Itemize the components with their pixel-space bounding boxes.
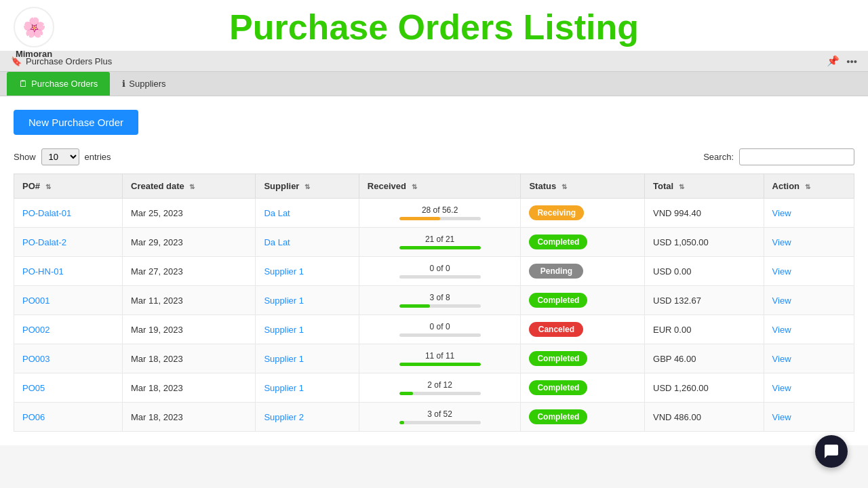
table-row: PO002Mar 19, 2023Supplier 10 of 0Cancele… (14, 315, 854, 344)
cell-received: 28 of 56.2 (359, 199, 521, 228)
table-row: PO05Mar 18, 2023Supplier 12 of 12Complet… (14, 373, 854, 403)
cell-created-date: Mar 25, 2023 (123, 199, 256, 228)
received-label: 28 of 56.2 (422, 205, 458, 215)
progress-bar-bg (399, 246, 481, 249)
logo-text: Mimoran (16, 49, 52, 59)
cell-status: Completed (521, 344, 645, 373)
col-received[interactable]: Received ⇅ (359, 174, 521, 199)
view-link[interactable]: View (772, 412, 791, 422)
view-link[interactable]: View (772, 237, 791, 247)
cell-action: View (764, 286, 854, 315)
top-banner: 🌸 Mimoran Purchase Orders Listing (0, 0, 868, 51)
table-controls: Show 10 25 50 100 entries Search: (14, 148, 854, 165)
po-link[interactable]: PO05 (22, 383, 45, 393)
cell-created-date: Mar 18, 2023 (123, 344, 256, 373)
logo-circle: 🌸 (14, 7, 54, 47)
supplier-link[interactable]: Da Lat (264, 208, 290, 218)
cell-po-num: PO-Dalat-2 (14, 228, 123, 257)
cell-action: View (764, 373, 854, 403)
cell-po-num: PO-HN-01 (14, 257, 123, 286)
tab-purchase-orders[interactable]: 🗒 Purchase Orders (7, 72, 110, 96)
view-link[interactable]: View (772, 296, 791, 306)
cell-status: Completed (521, 403, 645, 432)
cell-supplier: Supplier 1 (256, 344, 359, 373)
cell-total: VND 486.00 (645, 403, 764, 432)
progress-bar-fill (399, 217, 440, 220)
progress-bar-bg (399, 304, 481, 308)
tab-suppliers[interactable]: ℹ Suppliers (110, 72, 178, 96)
view-link[interactable]: View (772, 354, 791, 364)
new-purchase-order-button[interactable]: New Purchase Order (14, 110, 138, 135)
progress-bar-fill (399, 304, 431, 308)
cell-status: Canceled (521, 315, 645, 344)
received-label: 3 of 8 (430, 293, 450, 302)
nav-tabs: 🗒 Purchase Orders ℹ Suppliers (0, 72, 868, 96)
cell-total: EUR 0.00 (645, 315, 764, 344)
cell-received: 3 of 8 (359, 286, 521, 315)
po-link[interactable]: PO-Dalat-01 (22, 208, 71, 218)
supplier-link[interactable]: Da Lat (264, 237, 290, 247)
table-row: PO001Mar 11, 2023Supplier 13 of 8Complet… (14, 286, 854, 315)
po-link[interactable]: PO-Dalat-2 (22, 237, 66, 247)
cell-po-num: PO002 (14, 315, 123, 344)
sort-total-icon: ⇅ (679, 183, 684, 190)
more-icon[interactable]: ••• (846, 56, 857, 67)
chat-icon (823, 443, 840, 445)
cell-status: Completed (521, 228, 645, 257)
supplier-link[interactable]: Supplier 1 (264, 354, 304, 364)
po-link[interactable]: PO002 (22, 325, 50, 335)
status-badge: Completed (529, 351, 587, 366)
po-link[interactable]: PO003 (22, 354, 50, 364)
supplier-link[interactable]: Supplier 2 (264, 412, 304, 422)
entries-select[interactable]: 10 25 50 100 (41, 148, 79, 165)
cell-received: 0 of 0 (359, 257, 521, 286)
cell-action: View (764, 199, 854, 228)
status-badge: Completed (529, 293, 587, 308)
progress-bar-bg (399, 392, 481, 395)
po-link[interactable]: PO-HN-01 (22, 266, 64, 277)
orders-table: PO# ⇅ Created date ⇅ Supplier ⇅ Received… (14, 174, 854, 432)
main-content: New Purchase Order Show 10 25 50 100 ent… (0, 96, 868, 445)
status-badge: Receiving (529, 205, 584, 220)
cell-supplier: Supplier 1 (256, 257, 359, 286)
pin-icon[interactable]: 📌 (827, 55, 840, 67)
sort-received-icon: ⇅ (412, 183, 417, 190)
view-link[interactable]: View (772, 325, 791, 335)
col-created-date[interactable]: Created date ⇅ (123, 174, 256, 199)
supplier-link[interactable]: Supplier 1 (264, 296, 304, 306)
cell-po-num: PO05 (14, 373, 123, 403)
search-input[interactable] (739, 148, 854, 165)
po-link[interactable]: PO06 (22, 412, 45, 422)
show-label: Show (14, 152, 36, 162)
col-total[interactable]: Total ⇅ (645, 174, 764, 199)
status-badge: Completed (529, 409, 587, 424)
cell-po-num: PO001 (14, 286, 123, 315)
entries-label: entries (85, 152, 111, 162)
received-label: 2 of 12 (427, 380, 452, 390)
col-supplier[interactable]: Supplier ⇅ (256, 174, 359, 199)
supplier-link[interactable]: Supplier 1 (264, 383, 304, 393)
po-link[interactable]: PO001 (22, 296, 50, 306)
supplier-link[interactable]: Supplier 1 (264, 325, 304, 335)
cell-supplier: Da Lat (256, 228, 359, 257)
col-status[interactable]: Status ⇅ (521, 174, 645, 199)
table-row: PO-HN-01Mar 27, 2023Supplier 10 of 0Pend… (14, 257, 854, 286)
tab-suppliers-label: Suppliers (129, 79, 165, 89)
sort-date-icon: ⇅ (189, 183, 195, 190)
col-po-num[interactable]: PO# ⇅ (14, 174, 123, 199)
col-action[interactable]: Action ⇅ (764, 174, 854, 199)
view-link[interactable]: View (772, 208, 791, 218)
supplier-link[interactable]: Supplier 1 (264, 266, 304, 277)
cell-total: VND 994.40 (645, 199, 764, 228)
cell-received: 2 of 12 (359, 373, 521, 403)
progress-bar-fill (399, 392, 413, 395)
cell-created-date: Mar 11, 2023 (123, 286, 256, 315)
sort-action-icon: ⇅ (805, 183, 810, 190)
cell-created-date: Mar 19, 2023 (123, 315, 256, 344)
cell-received: 0 of 0 (359, 315, 521, 344)
cell-status: Receiving (521, 199, 645, 228)
cell-created-date: Mar 18, 2023 (123, 403, 256, 432)
cell-received: 3 of 52 (359, 403, 521, 432)
view-link[interactable]: View (772, 266, 791, 277)
view-link[interactable]: View (772, 383, 791, 393)
